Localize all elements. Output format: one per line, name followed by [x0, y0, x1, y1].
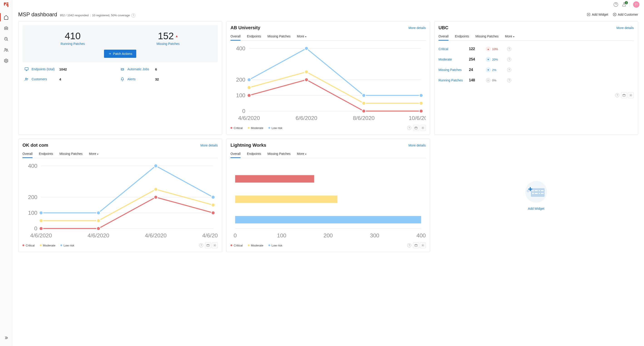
svg-text:8/6/2020: 8/6/2020 — [353, 115, 375, 121]
ok-tab-endpoints[interactable]: Endpoints — [39, 150, 53, 158]
ubc-more-details[interactable]: More details — [616, 26, 634, 30]
gear-small-icon — [213, 244, 216, 247]
ok-settings-button[interactable] — [212, 242, 218, 248]
jobs-stat: Automatic Jobs 6 — [120, 67, 216, 71]
lw-tab-missing[interactable]: Missing Patches — [268, 150, 291, 158]
ubc-tab-endpoints[interactable]: Endpoints — [455, 33, 469, 40]
legend-lowrisk: Low risk — [268, 244, 282, 247]
svg-rect-85 — [539, 190, 540, 191]
missing-patches-stat: 152▲ Missing Patches — [156, 31, 180, 46]
ubc-tabs: Overall Endpoints Missing Patches More ▾ — [438, 33, 634, 41]
ok-tab-missing[interactable]: Missing Patches — [60, 150, 83, 158]
lw-tab-more[interactable]: More ▾ — [297, 150, 306, 158]
ubc-help-icon[interactable]: ? — [614, 92, 620, 98]
ok-chart: 01002004004/6/20204/6/20204/6/20204/6/20… — [22, 161, 218, 240]
lw-tab-overall[interactable]: Overall — [230, 150, 240, 158]
add-widget-card[interactable]: Add Widget — [434, 139, 638, 252]
ubc-tab-more[interactable]: More ▾ — [505, 33, 514, 40]
lw-help-icon[interactable]: ? — [406, 242, 412, 248]
add-customer-button[interactable]: Add Customer — [613, 13, 638, 16]
ab-tab-more[interactable]: More ▾ — [297, 33, 306, 40]
ab-calendar-button[interactable] — [413, 125, 419, 131]
ab-help-icon[interactable]: ? — [406, 125, 412, 131]
ubc-row-help-icon[interactable]: ? — [507, 57, 511, 61]
ubc-row-0: Critical 122 ▲ 10% ? — [438, 44, 634, 54]
page-subtitle: 952 / 1042 responded | 10 registered, 50… — [60, 13, 135, 17]
nav-settings[interactable] — [0, 55, 12, 66]
svg-text:200: 200 — [324, 232, 333, 238]
alerts-label[interactable]: Alerts — [128, 77, 152, 81]
jobs-label[interactable]: Automatic Jobs — [128, 67, 152, 71]
svg-point-69 — [214, 245, 215, 246]
nav-expand[interactable] — [0, 333, 12, 343]
ubc-row-label[interactable]: Critical — [438, 47, 466, 51]
patch-actions-button[interactable]: Patch Actions — [104, 50, 136, 58]
endpoints-label[interactable]: Endpoints (total) — [32, 67, 56, 71]
svg-text:400: 400 — [416, 232, 426, 238]
nav-home[interactable] — [0, 12, 12, 23]
lw-settings-button[interactable] — [420, 242, 426, 248]
topbar-divider — [630, 2, 630, 7]
ubc-row-value: 148 — [469, 78, 482, 82]
ubc-row-value: 24 — [469, 68, 482, 72]
coverage-help-icon[interactable]: ? — [131, 13, 135, 17]
lw-more-details[interactable]: More details — [408, 144, 426, 147]
lw-tab-endpoints[interactable]: Endpoints — [247, 150, 261, 158]
ubc-row-label[interactable]: Running Patches — [438, 78, 466, 82]
ubc-row-label[interactable]: Moderate — [438, 58, 466, 61]
ok-help-icon[interactable]: ? — [198, 242, 204, 248]
nav-customers[interactable] — [0, 44, 12, 55]
ok-title: OK dot com — [22, 143, 48, 148]
trend-flat-icon: − — [486, 78, 491, 83]
ubc-tab-missing[interactable]: Missing Patches — [476, 33, 499, 40]
topbar: 1 TT — [12, 0, 644, 9]
add-widget-button[interactable]: Add Widget — [587, 13, 608, 16]
ubc-row-help-icon[interactable]: ? — [507, 78, 511, 82]
customers-label[interactable]: Customers — [32, 77, 56, 81]
help-button[interactable] — [613, 2, 618, 7]
svg-text:4/6/2020: 4/6/2020 — [202, 232, 218, 238]
ubc-row-label[interactable]: Missing Patches — [438, 68, 466, 72]
nav-patches[interactable] — [0, 33, 12, 44]
chevron-down-icon: ▾ — [304, 153, 306, 155]
ab-settings-button[interactable] — [420, 125, 426, 131]
add-widget-link[interactable]: Add Widget — [528, 207, 544, 210]
sidebar — [0, 0, 12, 346]
ok-more-details[interactable]: More details — [200, 144, 218, 147]
svg-point-67 — [211, 195, 215, 199]
ab-tab-endpoints[interactable]: Endpoints — [247, 33, 261, 40]
notification-badge: 1 — [625, 1, 628, 4]
missing-patches-label[interactable]: Missing Patches — [156, 42, 180, 46]
svg-point-15 — [27, 79, 28, 79]
people-icon — [4, 47, 9, 52]
ubc-card: UBC More details Overall Endpoints Missi… — [434, 21, 638, 135]
running-patches-value: 410 — [61, 31, 85, 41]
ab-tab-overall[interactable]: Overall — [230, 33, 240, 40]
labs-button[interactable]: 1 — [622, 2, 626, 7]
svg-point-28 — [247, 94, 251, 97]
endpoints-value: 1042 — [59, 67, 67, 71]
ubc-tab-overall[interactable]: Overall — [438, 33, 448, 40]
ubc-settings-button[interactable] — [628, 92, 634, 98]
ab-tab-missing[interactable]: Missing Patches — [268, 33, 291, 40]
svg-point-63 — [211, 203, 215, 207]
ok-tab-more[interactable]: More ▾ — [89, 150, 98, 158]
ab-more-details[interactable]: More details — [408, 26, 426, 30]
svg-text:10/6/2020: 10/6/2020 — [409, 115, 426, 121]
running-patches-label[interactable]: Running Patches — [61, 42, 85, 46]
svg-point-41 — [422, 127, 423, 128]
svg-rect-0 — [4, 27, 8, 29]
robot-icon — [4, 26, 9, 31]
robot-small-icon — [120, 67, 125, 71]
nav-robot[interactable] — [0, 23, 12, 33]
ok-calendar-button[interactable] — [205, 242, 211, 248]
lw-calendar-button[interactable] — [413, 242, 419, 248]
plus-square-icon — [587, 13, 590, 16]
ok-tab-overall[interactable]: Overall — [22, 150, 32, 158]
ubc-row-help-icon[interactable]: ? — [507, 47, 511, 51]
ubc-row-help-icon[interactable]: ? — [507, 68, 511, 72]
legend-moderate: Moderate — [40, 244, 56, 247]
ubc-calendar-button[interactable] — [621, 92, 627, 98]
user-avatar[interactable]: TT — [633, 1, 640, 8]
ok-tabs: Overall Endpoints Missing Patches More ▾ — [22, 150, 218, 158]
